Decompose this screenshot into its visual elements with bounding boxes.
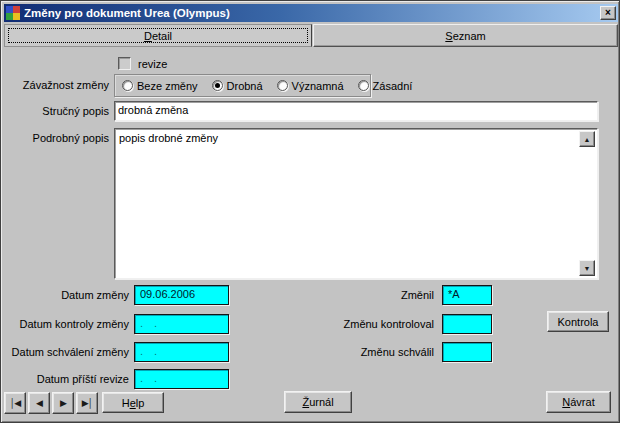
nav-prev-icon: ◀ [36, 398, 42, 408]
strucny-popis-input[interactable]: drobná změna [114, 101, 598, 121]
podrobny-popis-textarea[interactable]: popis drobné změny ▲ ▼ [114, 128, 598, 279]
datum-kontroly-field[interactable]: . . [134, 314, 229, 334]
nav-next-icon: ▶ [60, 398, 66, 408]
radio-label: Významná [292, 80, 344, 92]
dialog-window: Změny pro dokument Urea (Olympus) × Deta… [0, 0, 620, 423]
title-bar: Změny pro dokument Urea (Olympus) × [4, 4, 618, 22]
radio-label: Drobná [227, 80, 263, 92]
nav-prev-button[interactable]: ◀ [28, 392, 50, 414]
zmenu-kontroloval-label: Změnu kontroloval [234, 318, 434, 330]
scrollbar-down-button[interactable]: ▼ [579, 260, 595, 276]
zmenil-label: Změnil [234, 289, 434, 301]
scroll-up-icon: ▲ [584, 136, 591, 143]
radio-option-beze-zmeny[interactable]: Beze změny [122, 80, 198, 92]
zmenu-kontroloval-field[interactable] [442, 314, 492, 334]
navrat-button[interactable]: Návrat [546, 391, 611, 413]
datum-schvaleni-label: Datum schválení změny [1, 346, 129, 358]
datum-pristi-revize-label: Datum příští revize [1, 373, 129, 385]
radio-icon [277, 80, 288, 91]
scroll-down-icon: ▼ [584, 265, 591, 272]
strucny-popis-label: Stručný popis [1, 105, 109, 117]
radio-icon [358, 80, 369, 91]
radio-icon [212, 80, 223, 91]
nav-next-button[interactable]: ▶ [52, 392, 74, 414]
datum-pristi-revize-field[interactable]: . . [134, 369, 229, 389]
close-icon: × [605, 8, 611, 18]
radio-option-vyznamna[interactable]: Významná [277, 80, 344, 92]
nav-first-button[interactable]: │◀ [4, 392, 26, 414]
kontrola-button[interactable]: Kontrola [547, 311, 609, 332]
scrollbar-up-button[interactable]: ▲ [579, 131, 595, 147]
zurnal-button[interactable]: Žurnál [284, 391, 352, 413]
zmenu-schvalil-label: Změnu schválil [234, 346, 434, 358]
tab-seznam[interactable]: Seznam [313, 24, 618, 47]
app-icon [6, 6, 20, 20]
radio-label: Zásadní [373, 80, 413, 92]
datum-schvaleni-field[interactable]: . . [134, 342, 229, 362]
zavaznost-radio-group: Beze změny Drobná Významná Zásadní [114, 74, 371, 97]
zavaznost-label: Závažnost změny [1, 79, 109, 91]
podrobny-popis-label: Podrobný popis [1, 132, 109, 144]
radio-icon [122, 80, 133, 91]
help-button[interactable]: Help [102, 392, 164, 413]
nav-last-icon: ▶│ [82, 398, 93, 408]
nav-first-icon: │◀ [10, 398, 21, 408]
revize-checkbox[interactable] [118, 57, 131, 70]
datum-zmeny-field[interactable]: 09.06.2006 [134, 285, 229, 305]
datum-zmeny-label: Datum změny [1, 289, 129, 301]
zmenil-field[interactable]: *A [442, 285, 492, 305]
radio-option-zasadni[interactable]: Zásadní [358, 80, 413, 92]
revize-label: revize [138, 58, 167, 70]
zmenu-schvalil-field[interactable] [442, 342, 492, 362]
nav-last-button[interactable]: ▶│ [76, 392, 98, 414]
tab-detail[interactable]: Detail [4, 24, 312, 47]
close-button[interactable]: × [600, 6, 616, 20]
radio-label: Beze změny [137, 80, 198, 92]
datum-kontroly-label: Datum kontroly změny [1, 318, 129, 330]
window-title: Změny pro dokument Urea (Olympus) [24, 7, 600, 19]
radio-option-drobna[interactable]: Drobná [212, 80, 263, 92]
podrobny-popis-text: popis drobné změny [119, 132, 218, 144]
